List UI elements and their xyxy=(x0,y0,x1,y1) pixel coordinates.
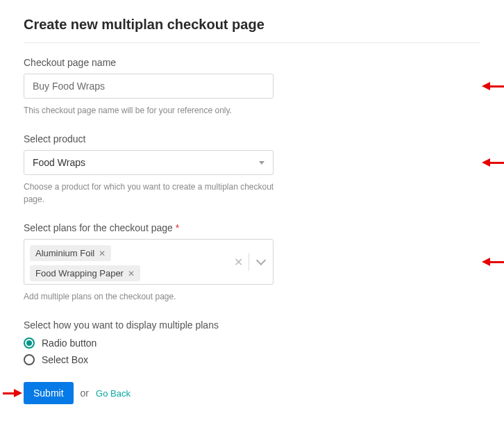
radio-label: Radio button xyxy=(42,338,96,349)
form-footer: Submit or Go Back xyxy=(24,382,480,404)
tag-remove-icon[interactable]: ✕ xyxy=(128,269,135,278)
field-select-plans: Select plans for the checkout page * Alu… xyxy=(24,222,480,303)
radio-option-radio-button[interactable]: Radio button xyxy=(24,338,480,349)
page-title: Create new multiplan checkout page xyxy=(24,17,480,33)
radio-option-select-box[interactable]: Select Box xyxy=(24,354,480,365)
radio-icon xyxy=(24,338,35,349)
plan-tag-label: Aluminium Foil xyxy=(35,248,94,258)
display-mode-radio-group: Radio button Select Box xyxy=(24,338,480,365)
radio-icon xyxy=(24,354,35,365)
chevron-down-icon xyxy=(256,256,266,265)
dropdown-toggle[interactable] xyxy=(249,260,273,264)
label-checkout-name: Checkout page name xyxy=(24,57,480,68)
plan-tag: Food Wrapping Paper ✕ xyxy=(30,265,140,281)
clear-all-icon[interactable]: ✕ xyxy=(228,256,249,269)
chevron-down-icon xyxy=(259,161,264,165)
required-mark: * xyxy=(176,222,179,233)
product-select[interactable]: Food Wraps xyxy=(24,150,274,175)
annotation-arrow-icon xyxy=(482,158,504,167)
field-checkout-name: Checkout page name This checkout page na… xyxy=(24,57,480,117)
product-select-value: Food Wraps xyxy=(33,157,85,168)
helper-select-plans: Add multiple plans on the checkout page. xyxy=(24,290,294,303)
annotation-arrow-icon xyxy=(3,389,22,397)
annotation-arrow-icon xyxy=(482,82,504,90)
tag-remove-icon[interactable]: ✕ xyxy=(99,249,106,258)
radio-label: Select Box xyxy=(42,354,88,365)
field-display-mode: Select how you want to display multiple … xyxy=(24,319,480,365)
checkout-name-input[interactable] xyxy=(24,74,274,99)
helper-checkout-name: This checkout page name will be for your… xyxy=(24,104,294,117)
submit-button[interactable]: Submit xyxy=(24,382,74,404)
divider xyxy=(24,42,480,43)
multiselect-controls: ✕ xyxy=(228,240,273,284)
or-text: or xyxy=(81,388,89,399)
label-display-mode: Select how you want to display multiple … xyxy=(24,319,480,331)
helper-select-product: Choose a product for which you want to c… xyxy=(24,181,294,206)
annotation-arrow-icon xyxy=(482,258,504,266)
label-select-product: Select product xyxy=(24,133,480,144)
plan-tag: Aluminium Foil ✕ xyxy=(30,245,111,261)
plans-multiselect[interactable]: Aluminium Foil ✕ Food Wrapping Paper ✕ ✕ xyxy=(24,239,274,285)
go-back-link[interactable]: Go Back xyxy=(96,388,131,399)
field-select-product: Select product Food Wraps Choose a produ… xyxy=(24,133,480,206)
plan-tag-label: Food Wrapping Paper xyxy=(35,268,124,278)
plans-tags: Aluminium Foil ✕ Food Wrapping Paper ✕ xyxy=(24,240,228,284)
label-select-plans: Select plans for the checkout page * xyxy=(24,222,480,233)
